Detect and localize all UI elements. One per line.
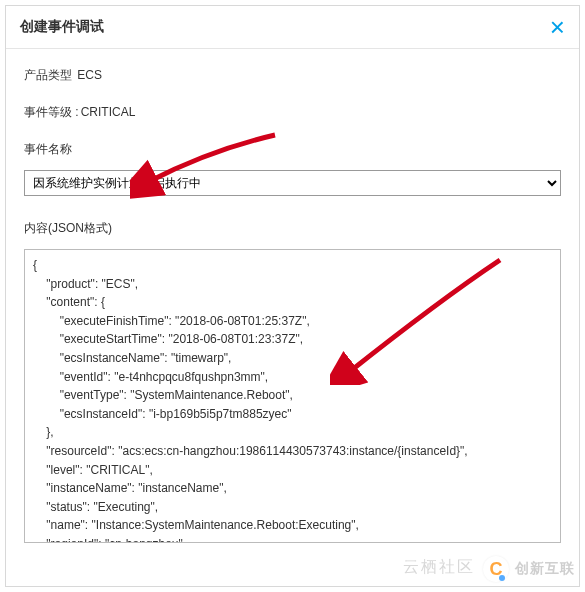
event-name-row: 事件名称 因系统维护实例计划重启执行中 (24, 141, 561, 196)
event-level-row: 事件等级 :CRITICAL (24, 104, 561, 121)
event-level-label: 事件等级 : (24, 105, 79, 119)
dialog-body: 产品类型 ECS 事件等级 :CRITICAL 事件名称 因系统维护实例计划重启… (6, 49, 579, 556)
create-event-debug-dialog: 创建事件调试 × 产品类型 ECS 事件等级 :CRITICAL 事件名称 因系… (5, 5, 580, 587)
content-row: 内容(JSON格式) (24, 220, 561, 546)
close-icon[interactable]: × (550, 14, 565, 40)
dialog-title: 创建事件调试 (20, 18, 104, 36)
product-type-label: 产品类型 (24, 68, 72, 82)
dialog-header: 创建事件调试 × (6, 6, 579, 49)
product-type-row: 产品类型 ECS (24, 67, 561, 84)
content-label: 内容(JSON格式) (24, 220, 561, 237)
json-content-textarea[interactable] (24, 249, 561, 543)
event-level-value: CRITICAL (81, 105, 136, 119)
product-type-value: ECS (77, 68, 102, 82)
json-wrap (24, 249, 561, 546)
event-name-select[interactable]: 因系统维护实例计划重启执行中 (24, 170, 561, 196)
event-name-label: 事件名称 (24, 141, 561, 158)
